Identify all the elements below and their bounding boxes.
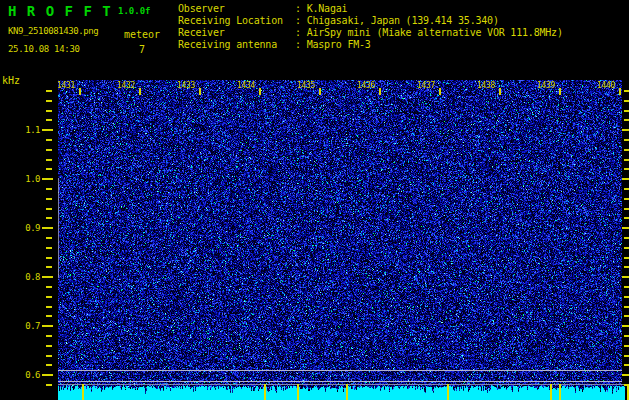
time-tick-label: 1437 [417, 81, 435, 90]
info-key: Receiver [178, 27, 295, 39]
right-axis-minor-tick [624, 345, 629, 347]
app-version: 1.0.0f [118, 6, 151, 16]
freq-minor-tick [46, 90, 52, 92]
info-value: K.Nagai [307, 3, 348, 14]
right-axis-major-tick [622, 325, 629, 327]
right-axis-minor-tick [624, 100, 629, 102]
freq-minor-tick [46, 188, 52, 190]
station-info-row: Observer: K.Nagai [178, 3, 563, 15]
station-info-row: Receiver: AirSpy mini (Miake alternative… [178, 27, 563, 39]
freq-major-tick [42, 276, 53, 278]
freq-minor-tick [46, 168, 52, 170]
time-tick-mark [259, 88, 261, 95]
freq-minor-tick [46, 345, 52, 347]
right-axis-minor-tick [624, 364, 629, 366]
right-axis-minor-tick [624, 335, 629, 337]
freq-major-tick [42, 374, 53, 376]
right-axis-minor-tick [624, 355, 629, 357]
freq-minor-tick [46, 139, 52, 141]
station-info-row: Receiving Location: Chigasaki, Japan (13… [178, 15, 563, 27]
freq-minor-tick [46, 198, 52, 200]
time-tick-mark [79, 88, 81, 95]
right-axis-minor-tick [624, 208, 629, 210]
freq-minor-tick [46, 257, 52, 259]
right-axis-minor-tick [624, 286, 629, 288]
time-tick-label: 1440 [597, 81, 615, 90]
time-tick-mark [139, 88, 141, 95]
right-axis-minor-tick [624, 110, 629, 112]
right-axis-minor-tick [624, 159, 629, 161]
right-axis-major-tick [622, 276, 629, 278]
freq-minor-tick [46, 110, 52, 112]
time-tick-mark [439, 88, 441, 95]
freq-minor-tick [46, 364, 52, 366]
freq-major-tick [42, 325, 53, 327]
hrofft-window: H R O F F T 1.0.0f KN9_2510081430.png me… [0, 0, 629, 400]
info-value: Chigasaki, Japan (139.414 35.340) [307, 15, 499, 26]
freq-minor-tick [46, 355, 52, 357]
right-axis-minor-tick [624, 296, 629, 298]
station-info-row: Receiving antenna: Maspro FM-3 [178, 39, 563, 51]
meteor-mark [82, 384, 84, 400]
freq-minor-tick [46, 208, 52, 210]
meteor-mark [559, 384, 561, 400]
meteor-mark [297, 384, 299, 400]
meteor-mark [550, 384, 552, 400]
info-value: Maspro FM-3 [307, 39, 371, 50]
info-separator: : [295, 27, 307, 38]
right-axis-minor-tick [624, 257, 629, 259]
time-tick-label: 1431 [57, 81, 75, 90]
freq-axis-unit-label: kHz [2, 75, 20, 86]
time-tick-mark [619, 88, 621, 95]
freq-minor-tick [46, 119, 52, 121]
time-tick-label: 1432 [117, 81, 135, 90]
right-axis-minor-tick [624, 149, 629, 151]
freq-minor-tick [46, 217, 52, 219]
freq-tick-label: 1.0 [0, 174, 40, 184]
right-axis-minor-tick [624, 217, 629, 219]
info-separator: : [295, 15, 307, 26]
freq-tick-label: 0.6 [0, 370, 40, 380]
time-tick-mark [199, 88, 201, 95]
freq-minor-tick [46, 315, 52, 317]
time-tick-label: 1435 [297, 81, 315, 90]
freq-minor-tick [46, 384, 52, 386]
info-separator: : [295, 3, 307, 14]
info-key: Receiving Location [178, 15, 295, 27]
time-tick-label: 1433 [177, 81, 195, 90]
right-axis-major-tick [622, 129, 629, 131]
time-tick-label: 1438 [477, 81, 495, 90]
freq-minor-tick [46, 286, 52, 288]
right-axis-minor-tick [624, 139, 629, 141]
right-axis-minor-tick [624, 306, 629, 308]
freq-major-tick [42, 178, 53, 180]
freq-minor-tick [46, 266, 52, 268]
time-tick-mark [319, 88, 321, 95]
right-axis-minor-tick [624, 188, 629, 190]
right-axis-major-tick [622, 227, 629, 229]
right-axis-minor-tick [624, 266, 629, 268]
meteor-count-value: 7 [139, 44, 145, 55]
freq-tick-label: 0.8 [0, 272, 40, 282]
meteor-mark [264, 384, 266, 400]
freq-minor-tick [46, 149, 52, 151]
right-axis-minor-tick [624, 90, 629, 92]
freq-tick-label: 0.7 [0, 321, 40, 331]
observation-datetime: 25.10.08 14:30 [8, 44, 80, 54]
time-tick-mark [559, 88, 561, 95]
freq-minor-tick [46, 247, 52, 249]
right-axis-minor-tick [624, 119, 629, 121]
time-tick-mark [379, 88, 381, 95]
app-title: H R O F F T [8, 3, 112, 19]
time-tick-label: 1436 [357, 81, 375, 90]
meteor-counter-label: meteor [124, 29, 160, 40]
freq-minor-tick [46, 159, 52, 161]
meteor-mark [447, 384, 449, 400]
right-axis-minor-tick [624, 237, 629, 239]
freq-minor-tick [46, 237, 52, 239]
meteor-mark [346, 384, 348, 400]
right-axis-minor-tick [624, 315, 629, 317]
info-key: Receiving antenna [178, 39, 295, 51]
freq-minor-tick [46, 335, 52, 337]
output-filename: KN9_2510081430.png [8, 26, 98, 36]
